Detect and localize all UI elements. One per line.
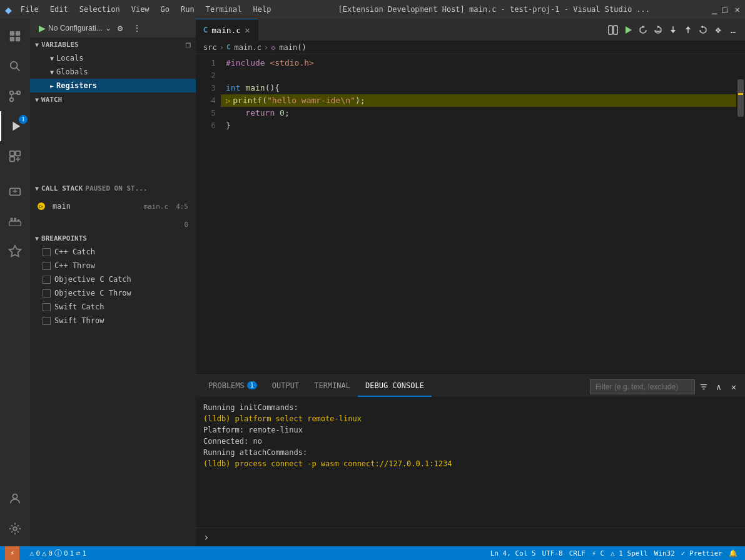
minimize-button[interactable]: ⎯ (712, 4, 717, 14)
breakpoint-swift-catch[interactable]: Swift Catch (30, 300, 196, 314)
panel-collapse-icon[interactable]: ∧ (712, 381, 725, 393)
bp-checkbox-objc-throw[interactable] (43, 289, 51, 298)
watch-header[interactable]: ▼ WATCH (30, 92, 196, 106)
bp-checkbox-swift-catch[interactable] (43, 303, 51, 311)
breakpoint-cpp-throw[interactable]: C++ Throw (30, 259, 196, 272)
debug-step-out-icon[interactable] (681, 23, 695, 37)
locals-item[interactable]: ▼ Locals (30, 51, 196, 65)
bottom-panel: PROBLEMS 1 OUTPUT TERMINAL DEBUG CONSOLE (196, 374, 745, 546)
status-os[interactable]: Win32 (652, 549, 677, 558)
editor-scrollbar[interactable] (736, 54, 745, 374)
watch-section: ▼ WATCH (30, 92, 196, 181)
callstack-extra: 0 (30, 218, 196, 231)
variables-action[interactable]: ❐ (186, 39, 191, 49)
tab-terminal[interactable]: TERMINAL (307, 375, 358, 397)
close-button[interactable]: ✕ (735, 4, 740, 14)
breadcrumb-func[interactable]: main() (279, 43, 306, 52)
code-line-2 (221, 69, 736, 82)
breakpoint-objc-throw[interactable]: Objective C Throw (30, 286, 196, 300)
debug-step-into-icon[interactable] (666, 23, 680, 37)
callstack-frame-main[interactable]: ▷ main main.c 4:5 (30, 195, 196, 218)
svg-rect-12 (10, 157, 14, 161)
activity-favorites[interactable] (0, 236, 30, 266)
breakpoint-objc-catch[interactable]: Objective C Catch (30, 272, 196, 286)
status-prettier[interactable]: ✓ Prettier (679, 549, 725, 558)
status-notification[interactable]: 🔔 (726, 549, 740, 558)
tab-output[interactable]: OUTPUT (265, 375, 307, 397)
activity-remote[interactable] (0, 176, 30, 206)
editor[interactable]: 1 2 3 4 5 6 #include <stdio.h> (196, 54, 745, 374)
code-area[interactable]: #include <stdio.h> int main(){ ▷ printf(… (221, 54, 736, 374)
breadcrumb-src[interactable]: src (203, 43, 217, 52)
menu-view[interactable]: View (126, 4, 155, 15)
watch-empty-area (30, 106, 196, 181)
tab-close-button[interactable]: ✕ (245, 25, 250, 35)
menu-selection[interactable]: Selection (74, 4, 125, 15)
tab-debug-console[interactable]: DEBUG CONSOLE (358, 375, 432, 397)
svg-rect-1 (16, 31, 20, 36)
svg-rect-18 (11, 218, 13, 220)
debug-branch-icon[interactable]: ❖ (711, 23, 725, 37)
menu-go[interactable]: Go (156, 4, 175, 15)
status-line-ending[interactable]: CRLF (567, 549, 589, 558)
debug-more-icon[interactable]: ⋮ (130, 21, 144, 35)
tab-output-label: OUTPUT (272, 381, 299, 390)
tab-main-c[interactable]: C main.c ✕ (196, 19, 258, 41)
activity-extensions[interactable] (0, 141, 30, 171)
title-bar: ◆ File Edit Selection View Go Run Termin… (0, 0, 745, 19)
tab-problems[interactable]: PROBLEMS 1 (201, 375, 265, 397)
breakpoint-swift-throw[interactable]: Swift Throw (30, 314, 196, 328)
debug-layout-icon[interactable] (606, 23, 620, 37)
bp-checkbox-cpp-catch[interactable] (43, 248, 51, 256)
debug-more-options[interactable]: … (726, 23, 740, 37)
status-errors[interactable]: ⚠ 0 △ 0 ⓘ 0 1 ⇌ 1 (27, 548, 89, 559)
breakpoint-cpp-catch[interactable]: C++ Catch (30, 245, 196, 259)
status-spell[interactable]: △ 1 Spell (608, 549, 651, 558)
activity-explorer[interactable] (0, 21, 30, 51)
bp-label-swift-catch: Swift Catch (54, 302, 104, 311)
bp-checkbox-objc-catch[interactable] (43, 276, 51, 284)
activity-source-control[interactable] (0, 81, 30, 111)
status-position[interactable]: Ln 4, Col 5 (488, 549, 539, 558)
svg-point-6 (10, 98, 14, 102)
breakpoints-header[interactable]: ▼ BREAKPOINTS (30, 231, 196, 245)
menu-edit[interactable]: Edit (45, 4, 73, 15)
problems-badge: 1 (247, 381, 257, 389)
activity-accounts[interactable] (0, 484, 30, 514)
panel-filter-icon[interactable] (697, 381, 710, 393)
debug-config-button[interactable]: ▶ No Configurati... ⌄ (35, 22, 115, 34)
debug-gear-icon[interactable]: ⚙ (118, 23, 123, 33)
callstack-frame-file: main.c (143, 202, 168, 211)
registers-item[interactable]: ► Registers (30, 79, 196, 92)
activity-docker[interactable] (0, 206, 30, 236)
breadcrumb-filename[interactable]: main.c (235, 43, 261, 52)
status-encoding[interactable]: UTF-8 (540, 549, 565, 558)
menu-terminal[interactable]: Terminal (201, 4, 247, 15)
svg-point-20 (13, 494, 17, 499)
activity-search[interactable] (0, 51, 30, 81)
bp-checkbox-cpp-throw[interactable] (43, 262, 51, 270)
filter-input[interactable] (590, 379, 695, 394)
debug-config-label: No Configurati... (48, 24, 103, 32)
svg-rect-22 (609, 26, 612, 34)
menu-help[interactable]: Help (248, 4, 276, 15)
globals-item[interactable]: ▼ Globals (30, 65, 196, 79)
menu-file[interactable]: File (16, 4, 44, 15)
bp-checkbox-swift-throw[interactable] (43, 317, 51, 325)
debug-continue-icon[interactable] (621, 23, 635, 37)
debug-restart-icon[interactable] (636, 23, 650, 37)
bp-label-cpp-catch: C++ Catch (54, 248, 95, 256)
menu-run[interactable]: Run (176, 4, 200, 15)
variables-header[interactable]: ▼ VARIABLES ❐ (30, 38, 196, 51)
debug-redo-icon[interactable] (696, 23, 710, 37)
tab-terminal-label: TERMINAL (314, 381, 350, 390)
debug-step-over-icon[interactable] (651, 23, 665, 37)
panel-close-icon[interactable]: ✕ (727, 381, 740, 393)
restore-button[interactable]: □ (722, 4, 727, 14)
status-language[interactable]: ⚡ C (589, 549, 607, 558)
svg-rect-14 (9, 221, 21, 226)
activity-debug[interactable]: 1 (0, 111, 30, 141)
activity-settings[interactable] (0, 514, 30, 544)
callstack-section: ▼ CALL STACK Paused on st... ▷ main main… (30, 181, 196, 231)
callstack-header[interactable]: ▼ CALL STACK Paused on st... (30, 181, 196, 195)
